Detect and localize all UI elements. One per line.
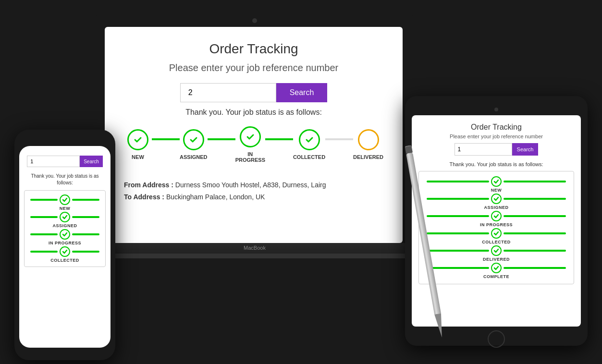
tablet-camera <box>494 108 498 111</box>
tracker-label-inprogress: IN PROGRESS <box>235 151 265 163</box>
tracker-circle-collected <box>299 129 320 150</box>
laptop-tracker: NEW ASSIGNED IN PROGRESS <box>124 126 383 163</box>
phone-tv-label-inprogress: IN PROGRESS <box>49 241 81 245</box>
tablet-status-text: Thank you. Your job status is as follows… <box>449 161 543 167</box>
phone-tv-label-assigned: ASSIGNED <box>52 223 77 228</box>
tracker-step-assigned: ASSIGNED <box>180 129 208 160</box>
phone-tv-label-collected: COLLECTED <box>50 258 79 263</box>
tracker-label-new: NEW <box>132 154 144 160</box>
tracker-step-inprogress: IN PROGRESS <box>235 126 265 163</box>
tv-step-delivered: DELIVERED <box>427 245 566 262</box>
laptop-screen: Order Tracking Please enter your job ref… <box>105 27 403 243</box>
tv-step-inprogress: IN PROGRESS <box>427 211 566 227</box>
tv-label-collected: COLLECTED <box>482 240 511 244</box>
laptop-foot <box>80 254 429 258</box>
laptop-search-button[interactable]: Search <box>276 83 328 102</box>
phone-tv-label-new: NEW <box>60 206 71 211</box>
laptop-search-input[interactable] <box>180 83 276 102</box>
tv-label-inprogress: IN PROGRESS <box>480 222 513 227</box>
tv-line-left-new <box>427 181 489 182</box>
tablet-subtitle: Please enter your job reference number <box>450 133 543 139</box>
tablet-search-button[interactable]: Search <box>512 143 539 156</box>
laptop-subtitle: Please enter your job reference number <box>169 62 338 73</box>
tracker-label-collected: COLLECTED <box>293 154 325 160</box>
phone-search-row: Search <box>27 156 103 167</box>
phone-notch <box>48 137 82 143</box>
tablet-home-button[interactable] <box>488 330 505 348</box>
from-address-value: Durness Smoo Youth Hostel, A838, Durness… <box>175 181 326 189</box>
tv-label-new: NEW <box>491 188 502 193</box>
to-address-value: Buckingham Palace, London, UK <box>166 193 265 201</box>
tablet-search-row: Search <box>455 143 539 156</box>
tv-circle-new <box>491 176 502 187</box>
phone-tv-step-inprogress: IN PROGRESS <box>30 229 99 245</box>
tablet-search-input[interactable] <box>455 143 512 156</box>
from-address-line: From Address : Durness Smoo Youth Hostel… <box>124 179 383 191</box>
tracker-step-new: NEW <box>124 129 152 160</box>
tv-step-assigned: ASSIGNED <box>427 194 566 210</box>
tracker-label-delivered: DELIVERED <box>353 154 383 160</box>
laptop-search-row: Search <box>180 83 328 102</box>
tablet-tracker: NEW ASSIGNED IN PROG <box>427 176 566 279</box>
tracker-step-collected: COLLECTED <box>293 129 325 160</box>
tv-step-collected: COLLECTED <box>427 228 566 244</box>
laptop-app-title: Order Tracking <box>209 41 298 57</box>
tablet-app-title: Order Tracking <box>471 123 522 132</box>
tv-step-complete: COMPLETE <box>427 263 566 279</box>
laptop-device: Order Tracking Please enter your job ref… <box>96 10 413 288</box>
tracker-circle-delivered <box>358 129 379 150</box>
tracker-circle-inprogress <box>240 126 261 147</box>
tv-label-assigned: ASSIGNED <box>484 205 508 210</box>
to-address-line: To Address : Buckingham Palace, London, … <box>124 191 383 203</box>
tracker-step-delivered: DELIVERED <box>353 129 383 160</box>
tv-line-right-new <box>504 181 566 182</box>
tracker-line-4 <box>325 138 353 140</box>
tv-label-delivered: DELIVERED <box>483 257 510 262</box>
phone-tv-step-assigned: ASSIGNED <box>30 212 99 228</box>
tracker-line-3 <box>265 138 293 140</box>
to-address-label: To Address : <box>124 193 164 201</box>
tv-step-new: NEW <box>427 176 566 193</box>
tv-row-new <box>427 176 566 187</box>
phone-tv-step-new: NEW <box>30 194 99 211</box>
tablet-tracker-box: NEW ASSIGNED IN PROG <box>418 171 574 284</box>
phone-search-input[interactable] <box>27 156 80 167</box>
phone-tv-step-collected: COLLECTED <box>30 246 99 263</box>
tracker-circle-assigned <box>183 129 204 150</box>
phone-device: Search Thank you. Your job status is as … <box>14 130 115 360</box>
phone-status-text: Thank you. Your job status is as follows… <box>24 173 106 186</box>
phone-tracker: NEW ASSIGNED IN PROG <box>30 194 99 263</box>
tracker-line-1 <box>152 138 180 140</box>
laptop-camera <box>252 18 257 23</box>
laptop-base <box>96 243 413 254</box>
laptop-address-section: From Address : Durness Smoo Youth Hostel… <box>124 179 383 203</box>
tracker-circle-new <box>127 129 148 150</box>
phone-search-button[interactable]: Search <box>80 156 103 167</box>
phone-screen: Search Thank you. Your job status is as … <box>19 146 111 348</box>
tv-label-complete: COMPLETE <box>483 274 509 279</box>
tracker-line-2 <box>208 138 235 140</box>
laptop-status-text: Thank you. Your job status is as follows… <box>185 108 322 117</box>
from-address-label: From Address : <box>124 181 173 189</box>
phone-tracker-box: NEW ASSIGNED IN PROG <box>24 190 106 267</box>
tracker-label-assigned: ASSIGNED <box>180 154 207 160</box>
